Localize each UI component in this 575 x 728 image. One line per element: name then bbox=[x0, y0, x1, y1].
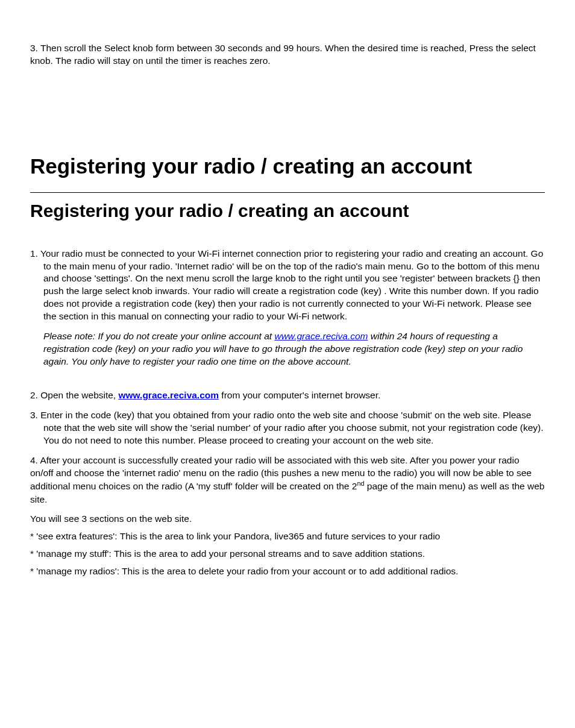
list-text: Your radio must be connected to your Wi-… bbox=[40, 248, 543, 322]
list-number: 1. bbox=[30, 248, 40, 259]
note-block: Please note: If you do not create your o… bbox=[30, 330, 545, 368]
page-title: Registering your radio / creating an acc… bbox=[30, 152, 545, 180]
list-number: 3. bbox=[30, 410, 40, 420]
list-post: from your computer's internet browser. bbox=[219, 390, 380, 400]
bullet-2: * 'manage my stuff': This is the area to… bbox=[30, 548, 545, 560]
section-divider bbox=[30, 192, 545, 193]
para4-sup: nd bbox=[357, 480, 364, 487]
list-pre: Open the website, bbox=[40, 390, 118, 400]
bullet-3: * 'manage my radios': This is the area t… bbox=[30, 565, 545, 578]
list-item-3: 3. Enter in the code (key) that you obta… bbox=[30, 409, 545, 447]
list-text: Enter in the code (key) that you obtaine… bbox=[40, 410, 543, 445]
see-3-sections: You will see 3 sections on the web site. bbox=[30, 513, 545, 526]
list-number: 2. bbox=[30, 390, 40, 400]
list-item-2: 2. Open the website, www.grace.reciva.co… bbox=[30, 389, 545, 402]
section-heading: Registering your radio / creating an acc… bbox=[30, 199, 545, 224]
list-item-1: 1. Your radio must be connected to your … bbox=[30, 248, 545, 324]
paragraph-4: 4. After your account is successfully cr… bbox=[30, 454, 545, 506]
note-pre: Please note: If you do not create your o… bbox=[43, 331, 274, 341]
top-paragraph: 3. Then scroll the Select knob form betw… bbox=[30, 42, 545, 67]
bullet-1: * 'see extra features': This is the area… bbox=[30, 530, 545, 543]
note-link[interactable]: www.grace.reciva.com bbox=[274, 331, 368, 341]
list-link[interactable]: www.grace.reciva.com bbox=[118, 390, 219, 400]
